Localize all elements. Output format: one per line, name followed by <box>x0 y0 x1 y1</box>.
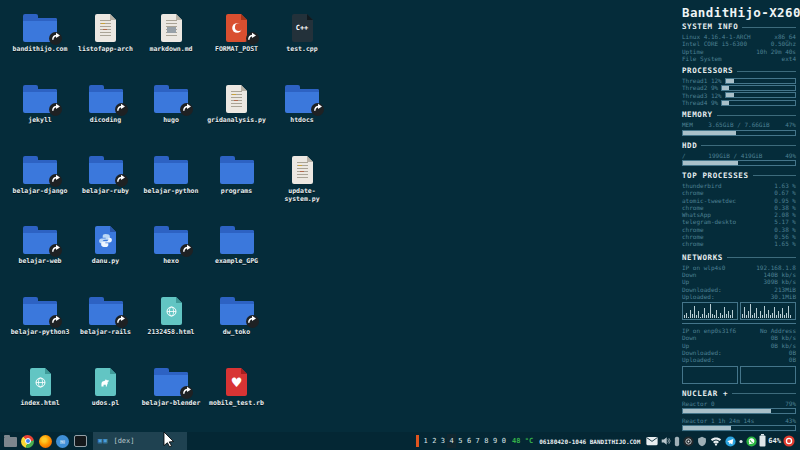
stat-row: atomic-tweetdec0.95 % <box>682 197 796 204</box>
section-header: NETWORKS <box>682 254 796 262</box>
desktop-icon[interactable]: dw_toko <box>206 288 268 336</box>
desktop-icon[interactable]: belajar-python3 <box>9 288 71 336</box>
workspace-2[interactable]: 2 <box>430 434 439 448</box>
battery-icon[interactable] <box>759 432 766 450</box>
icon-label: example_GPG <box>206 257 268 265</box>
telegram-tray-icon[interactable] <box>725 436 736 447</box>
desktop-icon[interactable]: belajar-web <box>9 217 71 265</box>
wifi-tray-icon[interactable] <box>710 436 722 446</box>
desktop-icon[interactable]: belajar-django <box>9 147 71 195</box>
section-header: HDD <box>682 142 796 150</box>
desktop-icon[interactable]: belajar-ruby <box>75 147 137 195</box>
desktop-icon[interactable]: gridanalysis.py <box>206 76 268 124</box>
dot-tray-icon[interactable] <box>739 436 743 447</box>
icon-label: udos.pl <box>75 399 137 407</box>
stat-row: Uptime10h 29m 40s <box>682 48 796 55</box>
system-tray <box>646 436 757 447</box>
stat-row: Up0B kb/s <box>682 342 796 349</box>
folder-icon <box>220 160 254 184</box>
section-header: PROCESSORS <box>682 67 796 75</box>
icon-label: jekyll <box>9 116 71 124</box>
desktop-icon[interactable]: example_GPG <box>206 217 268 265</box>
mouse-cursor <box>163 431 175 448</box>
desktop-icon[interactable]: hexo <box>140 217 202 265</box>
volume-tray-icon[interactable] <box>661 436 671 446</box>
perl-file-icon <box>95 368 116 396</box>
mail-launcher-icon[interactable]: ✉ <box>56 434 70 448</box>
memory-row: MEM3.65GiB / 7.66GiB47% <box>682 121 796 128</box>
network-graphs-empty <box>682 366 796 384</box>
workspace-8[interactable]: 8 <box>482 434 491 448</box>
workspace-7[interactable]: 7 <box>473 434 482 448</box>
usage-bar <box>682 160 796 166</box>
cpu-thread-row: Thread2 9% <box>682 84 796 91</box>
desktop-icon[interactable]: ♥mobile_test.rb <box>206 359 268 407</box>
text-file-icon <box>292 156 313 184</box>
icon-label: test.cpp <box>271 45 333 53</box>
icon-label: hugo <box>140 116 202 124</box>
stat-row: WhatsApp2.08 % <box>682 211 796 218</box>
firefox-launcher-icon[interactable] <box>38 434 52 448</box>
icon-label: FORMAT_POST <box>206 45 268 53</box>
desktop-icon[interactable]: markdown.md <box>140 5 202 53</box>
desktop-icon[interactable]: C++test.cpp <box>271 5 333 53</box>
desktop-icon[interactable]: udos.pl <box>75 359 137 407</box>
clock: 06180420-1046 BANDITHIJO.COM <box>539 438 640 445</box>
desktop-icon[interactable]: hugo <box>140 76 202 124</box>
shortcut-badge-icon <box>180 244 193 257</box>
shortcut-badge-icon <box>246 32 259 45</box>
text-file-icon <box>95 14 116 42</box>
tor-tray-icon[interactable] <box>683 436 694 447</box>
desktop-icon[interactable]: 2132458.html <box>140 288 202 336</box>
desktop-icon[interactable]: danu.py <box>75 217 137 265</box>
power-icon[interactable] <box>783 432 795 450</box>
icon-label: belajar-web <box>9 257 71 265</box>
shortcut-badge-icon <box>49 174 62 187</box>
stat-row: Up309B kb/s <box>682 278 796 285</box>
hdd-row: /199GiB / 419GiB49% <box>682 152 796 159</box>
desktop-icon[interactable]: jekyll <box>9 76 71 124</box>
shortcut-badge-icon <box>246 315 259 328</box>
workspace-6[interactable]: 6 <box>465 434 474 448</box>
section-header: MEMORY <box>682 111 796 119</box>
workspace-4[interactable]: 4 <box>447 434 456 448</box>
whatsapp-tray-icon[interactable] <box>746 436 757 447</box>
icon-label: 2132458.html <box>140 328 202 336</box>
icon-label: belajar-rails <box>75 328 137 336</box>
terminal-launcher-icon[interactable] <box>73 434 87 448</box>
desktop-icon[interactable]: listofapp-arch <box>75 5 137 53</box>
workspace-1[interactable]: 1 <box>421 434 430 448</box>
desktop-icon[interactable]: dicoding <box>75 76 137 124</box>
icon-label: markdown.md <box>140 45 202 53</box>
workspace-3[interactable]: 3 <box>439 434 448 448</box>
workspace-9[interactable]: 9 <box>491 434 500 448</box>
desktop-icon[interactable]: bandithijo.com <box>9 5 71 53</box>
section-header: TOP PROCESSES <box>682 172 796 180</box>
document-file-icon <box>226 14 247 42</box>
folder-icon <box>154 160 188 184</box>
cpp-file-icon: C++ <box>292 14 313 42</box>
stat-row: chrome0.56 % <box>682 233 796 240</box>
shortcut-badge-icon <box>49 315 62 328</box>
stat-row: Downloaded:0B <box>682 349 796 356</box>
html-file-icon <box>30 368 51 396</box>
desktop-icon[interactable]: belajar-blender <box>140 359 202 407</box>
phone-tray-icon[interactable] <box>674 436 680 447</box>
shield-tray-icon[interactable] <box>697 436 707 447</box>
desktop-icon[interactable]: FORMAT_POST <box>206 5 268 53</box>
desktop-icon[interactable]: programs <box>206 147 268 195</box>
section-header: NUCLEAR + <box>682 390 796 398</box>
desktop-icon[interactable]: belajar-python <box>140 147 202 195</box>
desktop-icon[interactable]: belajar-rails <box>75 288 137 336</box>
desktop-icon[interactable]: update-system.py <box>271 147 333 203</box>
mail-tray-icon[interactable] <box>646 436 658 446</box>
desktop-icon[interactable]: htdocs <box>271 76 333 124</box>
file-manager-launcher-icon[interactable] <box>3 434 17 448</box>
stat-row: Reactor 079% <box>682 400 796 407</box>
text-file-icon <box>226 85 247 113</box>
workspace-5[interactable]: 5 <box>456 434 465 448</box>
stat-row: chrome0.38 % <box>682 226 796 233</box>
workspace-0[interactable]: 0 <box>499 434 508 448</box>
desktop-icon[interactable]: index.html <box>9 359 71 407</box>
chrome-launcher-icon[interactable] <box>21 434 35 448</box>
